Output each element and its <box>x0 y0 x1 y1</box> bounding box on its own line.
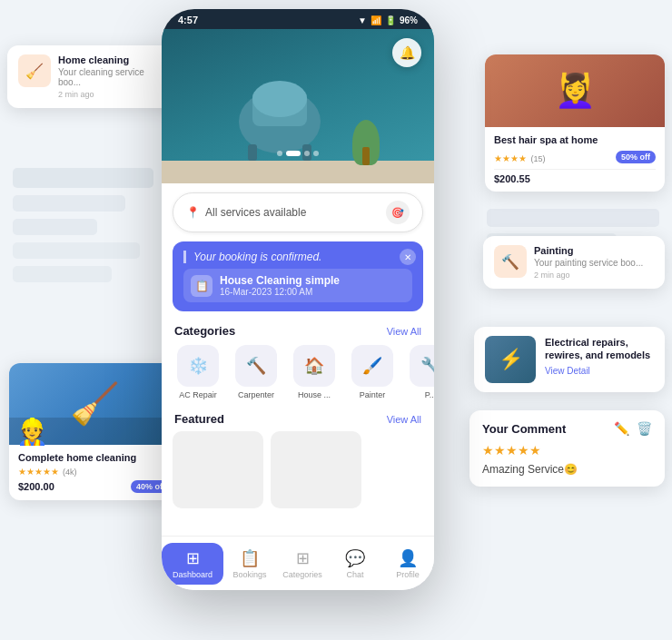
ac-repair-label: AC Repair <box>179 390 217 399</box>
comment-stars: ★★★★★ <box>482 443 652 458</box>
electrical-view-detail[interactable]: View Detail <box>545 366 654 376</box>
dot-2 <box>286 151 301 156</box>
comment-title: Your Comment <box>482 422 566 436</box>
battery-icon: 🔋 <box>385 15 396 25</box>
featured-title: Featured <box>174 412 224 426</box>
search-left: 📍 All services available <box>186 206 306 219</box>
search-bar[interactable]: 📍 All services available 🎯 <box>173 192 423 232</box>
hair-spa-stars: ★★★★ <box>494 153 527 163</box>
nav-categories[interactable]: ⊞ Categories <box>276 543 329 585</box>
product-price: $200.00 <box>18 481 54 492</box>
more-label: P... <box>425 390 434 399</box>
notification-description: Your cleaning service boo... <box>58 67 169 87</box>
booking-confirmed-text: Your booking is confirmed. <box>183 251 412 263</box>
comment-card: Your Comment ✏️ 🗑️ ★★★★★ Amazing Service… <box>469 410 665 487</box>
battery-percent: 96% <box>400 15 418 25</box>
ac-repair-icon: ❄️ <box>177 345 219 387</box>
nav-dashboard[interactable]: ⊞ Dashboard <box>162 537 223 590</box>
booking-title: House Cleaning simple <box>220 274 405 287</box>
category-ac-repair[interactable]: ❄️ AC Repair <box>173 345 223 399</box>
chat-label: Chat <box>347 570 364 579</box>
painting-content: Painting Your painting service boo... 2 … <box>534 245 654 280</box>
hair-spa-discount: 50% off <box>616 151 656 163</box>
notification-title: Home cleaning <box>58 54 169 65</box>
categories-icon: ⊞ <box>296 548 310 568</box>
electrical-info: Electrical repairs, rewires, and remodel… <box>545 336 654 376</box>
hair-spa-image: 💆‍♀️ <box>485 54 665 127</box>
bell-button[interactable]: 🔔 <box>392 38 421 67</box>
comment-text: Amazing Service😊 <box>482 463 652 476</box>
painting-icon: 🔨 <box>494 245 527 278</box>
notification-time: 2 min ago <box>58 90 169 99</box>
categories-view-all[interactable]: View All <box>387 326 421 337</box>
booking-close-button[interactable]: ✕ <box>400 249 416 265</box>
nav-bookings[interactable]: 📋 Bookings <box>223 543 276 585</box>
hero-banner: 🔔 <box>162 29 434 183</box>
location-icon: 📍 <box>186 206 200 219</box>
nav-chat[interactable]: 💬 Chat <box>329 543 381 585</box>
electrical-card[interactable]: ⚡ Electrical repairs, rewires, and remod… <box>474 327 665 392</box>
delete-icon[interactable]: 🗑️ <box>637 421 652 436</box>
category-more[interactable]: 🔧 P... <box>405 345 434 399</box>
house-label: House ... <box>298 390 331 399</box>
painting-title: Painting <box>534 245 654 256</box>
painter-icon: 🖌️ <box>351 345 393 387</box>
chat-icon: 💬 <box>345 548 365 568</box>
more-icon: 🔧 <box>410 345 434 387</box>
category-house[interactable]: 🏠 House ... <box>289 345 340 399</box>
edit-icon[interactable]: ✏️ <box>614 421 629 436</box>
hair-spa-title: Best hair spa at home <box>494 134 656 145</box>
painting-description: Your painting service boo... <box>534 258 654 268</box>
location-target-icon[interactable]: 🎯 <box>386 201 410 224</box>
electrical-image: ⚡ <box>485 336 536 383</box>
painting-time: 2 min ago <box>534 271 654 280</box>
category-painter[interactable]: 🖌️ Painter <box>347 345 398 399</box>
carpenter-icon: 🔨 <box>235 345 277 387</box>
painter-label: Painter <box>360 390 386 399</box>
svg-rect-2 <box>248 144 257 161</box>
nav-profile[interactable]: 👤 Profile <box>381 543 434 585</box>
profile-label: Profile <box>396 570 420 579</box>
wifi-icon: ▼ <box>358 15 367 25</box>
status-bar: 4:57 ▼ 📶 🔋 96% <box>162 9 434 29</box>
electrical-title: Electrical repairs, rewires, and remodel… <box>545 336 654 362</box>
home-cleaning-notification[interactable]: 🧹 Home cleaning Your cleaning service bo… <box>7 45 180 108</box>
status-time: 4:57 <box>178 15 198 25</box>
product-image: 🧹 👷 <box>9 363 180 445</box>
carpenter-label: Carpenter <box>238 390 274 399</box>
categories-nav-label: Categories <box>282 570 322 579</box>
featured-header: Featured View All <box>162 409 434 431</box>
featured-row <box>162 431 434 508</box>
dashboard-label: Dashboard <box>173 570 212 579</box>
hair-spa-footer: ★★★★ (15) 50% off <box>494 149 656 165</box>
hair-spa-card[interactable]: 💆‍♀️ Best hair spa at home ★★★★ (15) 50%… <box>485 54 665 192</box>
categories-row: ❄️ AC Repair 🔨 Carpenter 🏠 House ... 🖌️ … <box>162 345 434 409</box>
product-rating: ★★★★★ (4k) <box>18 467 171 477</box>
comment-actions: ✏️ 🗑️ <box>614 421 652 436</box>
phone-shell: 4:57 ▼ 📶 🔋 96% 🔔 📍 <box>162 9 434 590</box>
category-carpenter[interactable]: 🔨 Carpenter <box>231 345 282 399</box>
categories-header: Categories View All <box>162 319 434 345</box>
featured-view-all[interactable]: View All <box>387 414 421 425</box>
hair-spa-price: $200.55 <box>494 173 656 184</box>
dashboard-icon: ⊞ <box>186 548 200 568</box>
bottom-navigation: ⊞ Dashboard 📋 Bookings ⊞ Categories 💬 Ch… <box>162 536 434 590</box>
dot-4 <box>313 151 319 156</box>
booking-banner: Your booking is confirmed. 📋 House Clean… <box>173 241 423 311</box>
home-cleaning-icon: 🧹 <box>18 54 51 87</box>
product-card-home-cleaning[interactable]: 🧹 👷 Complete home cleaning ★★★★★ (4k) $2… <box>9 363 180 500</box>
hair-spa-count: (15) <box>530 154 545 163</box>
painting-notification[interactable]: 🔨 Painting Your painting service boo... … <box>483 236 665 289</box>
search-placeholder: All services available <box>205 206 306 219</box>
status-icons: ▼ 📶 🔋 96% <box>358 15 418 25</box>
stars: ★★★★★ <box>18 467 59 477</box>
bookings-label: Bookings <box>233 570 267 579</box>
dot-3 <box>304 151 310 156</box>
dot-1 <box>277 151 282 156</box>
house-icon: 🏠 <box>293 345 335 387</box>
booking-date: 16-Mar-2023 12:00 AM <box>220 287 405 297</box>
product-title: Complete home cleaning <box>18 452 171 463</box>
svg-point-4 <box>252 81 307 117</box>
categories-title: Categories <box>174 324 235 338</box>
notification-content: Home cleaning Your cleaning service boo.… <box>58 54 169 99</box>
